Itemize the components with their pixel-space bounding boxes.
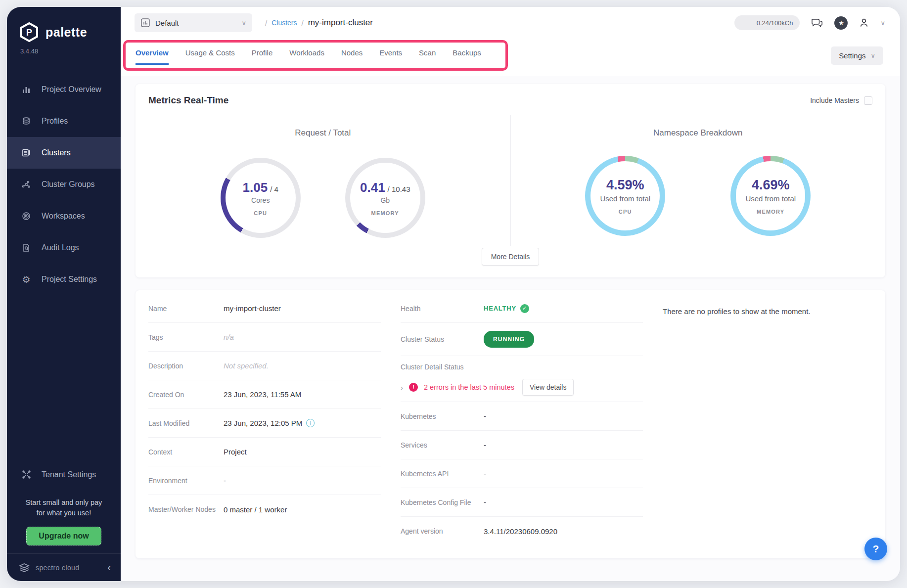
request-total-panel: Request / Total 1.05/ 4 Cores CPU: [136, 115, 511, 246]
cpu-unit: Cores: [251, 196, 270, 204]
chart-thumbnail-icon: [140, 18, 150, 28]
more-details-button[interactable]: More Details: [482, 248, 540, 266]
agent-version-value: 3.4.11/20230609.0920: [484, 527, 557, 536]
palette-logo-icon: P: [19, 22, 40, 43]
cluster-tabs-bar: Overview Usage & Costs Profile Workloads…: [121, 39, 900, 76]
help-button[interactable]: ?: [864, 538, 887, 560]
sidebar-item-audit-logs[interactable]: Audit Logs: [7, 232, 121, 264]
error-icon: !: [409, 383, 418, 392]
tabs: Overview Usage & Costs Profile Workloads…: [136, 39, 900, 65]
include-masters-checkbox[interactable]: [864, 96, 872, 105]
services-value: -: [484, 441, 486, 449]
app-window: P palette 3.4.48 Project Overview Profil…: [7, 7, 900, 581]
master-worker-value: 0 master / 1 worker: [224, 505, 287, 514]
sidebar-item-label: Project Settings: [42, 275, 97, 284]
detail-row-health: Health HEALTHY ✓: [401, 294, 643, 323]
sidebar-item-clusters[interactable]: Clusters: [7, 137, 121, 169]
detail-row-agent-version: Agent version 3.4.11/20230609.0920: [401, 517, 643, 545]
collapse-sidebar-button[interactable]: ‹: [107, 562, 111, 573]
project-selector[interactable]: Default ∨: [135, 13, 252, 32]
namespace-memory-caption: Used from total: [745, 194, 796, 203]
sidebar-item-label: Project Overview: [42, 85, 101, 94]
brand-name: palette: [45, 25, 87, 40]
tab-events[interactable]: Events: [379, 48, 402, 65]
sidebar-item-workspaces[interactable]: Workspaces: [7, 200, 121, 232]
namespace-memory-donut: 4.69% Used from total MEMORY: [730, 156, 811, 236]
memory-unit: Gb: [380, 196, 390, 204]
sidebar-item-tenant-settings[interactable]: Tenant Settings: [7, 459, 121, 491]
detail-row-kubernetes: Kubernetes -: [401, 402, 643, 431]
chevron-down-icon: ∨: [870, 52, 875, 59]
tab-scan[interactable]: Scan: [419, 48, 436, 65]
sidebar-item-project-settings[interactable]: ⚙ Project Settings: [7, 264, 121, 295]
view-details-button[interactable]: View details: [522, 379, 574, 396]
tools-icon: [21, 470, 32, 479]
description-value: Not specified.: [224, 362, 269, 370]
svg-text:P: P: [26, 28, 32, 38]
running-status-pill: RUNNING: [484, 331, 534, 348]
memory-gauge: 0.41/ 10.43 Gb MEMORY: [345, 158, 425, 238]
doc-search-icon: [21, 243, 32, 252]
sidebar-nav: Project Overview Profiles Clusters Clust…: [7, 74, 121, 295]
check-icon: ✓: [520, 304, 529, 313]
tab-usage-costs[interactable]: Usage & Costs: [185, 48, 235, 65]
sidebar-item-label: Cluster Groups: [42, 180, 95, 189]
namespace-cpu-caption: Used from total: [600, 194, 650, 203]
cluster-detail-status-block: Cluster Detail Status › ! 2 errors in th…: [401, 356, 643, 402]
breadcrumb: / Clusters / my-import-cluster: [265, 18, 734, 28]
sidebar: P palette 3.4.48 Project Overview Profil…: [7, 7, 121, 581]
star-badge-icon[interactable]: ★: [834, 16, 848, 30]
metrics-title: Metrics Real-Time: [148, 95, 228, 106]
sidebar-item-profiles[interactable]: Profiles: [7, 105, 121, 137]
spectro-cloud-logo: [18, 562, 31, 573]
bar-chart-icon: [21, 85, 32, 94]
tags-value: n/a: [224, 333, 234, 341]
metrics-card: Metrics Real-Time Include Masters Reques…: [136, 84, 885, 277]
info-icon[interactable]: i: [306, 419, 315, 427]
detail-row-cluster-status: Cluster Status RUNNING: [401, 323, 643, 356]
expand-chevron-icon[interactable]: ›: [401, 383, 403, 392]
cluster-name-value: my-import-cluster: [224, 304, 281, 313]
memory-total-value: / 10.43: [388, 185, 410, 193]
environment-value: -: [224, 476, 226, 485]
upgrade-now-button[interactable]: Upgrade now: [26, 527, 101, 545]
request-total-title: Request / Total: [136, 128, 510, 138]
spectro-cloud-label: spectro cloud: [36, 564, 102, 572]
kubernetes-api-value: -: [484, 469, 486, 478]
tab-backups[interactable]: Backups: [453, 48, 481, 65]
cpu-total-value: / 4: [270, 185, 278, 193]
details-right-column: There are no profiles to show at the mom…: [663, 294, 872, 545]
cpu-metric-label: CPU: [254, 210, 267, 216]
tab-nodes[interactable]: Nodes: [341, 48, 363, 65]
sidebar-item-label: Tenant Settings: [42, 470, 96, 479]
user-icon[interactable]: [859, 17, 869, 28]
namespace-breakdown-title: Namespace Breakdown: [511, 128, 886, 138]
namespace-cpu-metric: CPU: [619, 209, 632, 215]
kubeconfig-value: -: [484, 498, 486, 506]
memory-metric-label: MEMORY: [371, 210, 399, 216]
settings-button[interactable]: Settings ∨: [831, 46, 883, 65]
created-on-value: 23 Jun, 2023, 11:55 AM: [224, 390, 301, 399]
user-chevron-down-icon[interactable]: ∨: [880, 19, 885, 27]
sidebar-item-label: Clusters: [42, 148, 71, 157]
detail-row-created-on: Created On 23 Jun, 2023, 11:55 AM: [148, 380, 381, 409]
sidebar-item-cluster-groups[interactable]: Cluster Groups: [7, 169, 121, 200]
tab-profile[interactable]: Profile: [252, 48, 273, 65]
chat-icon[interactable]: [811, 17, 823, 29]
tab-overview[interactable]: Overview: [136, 48, 169, 65]
include-masters-label: Include Masters: [810, 96, 859, 104]
breadcrumb-separator: /: [265, 19, 267, 27]
layers-icon: [21, 117, 32, 126]
error-summary: 2 errors in the last 5 minutes: [424, 383, 514, 391]
topbar: Default ∨ / Clusters / my-import-cluster…: [121, 7, 900, 39]
namespace-cpu-percent: 4.59%: [606, 178, 644, 193]
detail-row-kubeconfig: Kubernetes Config File -: [401, 488, 643, 517]
sidebar-footer: spectro cloud ‹: [7, 553, 121, 581]
upsell-text: Start small and only pay for what you us…: [7, 491, 121, 522]
project-selector-value: Default: [155, 19, 236, 27]
sidebar-item-project-overview[interactable]: Project Overview: [7, 74, 121, 105]
detail-row-name: Name my-import-cluster: [148, 294, 381, 323]
gear-icon: ⚙: [21, 274, 32, 285]
tab-workloads[interactable]: Workloads: [289, 48, 324, 65]
breadcrumb-clusters-link[interactable]: Clusters: [272, 19, 297, 27]
